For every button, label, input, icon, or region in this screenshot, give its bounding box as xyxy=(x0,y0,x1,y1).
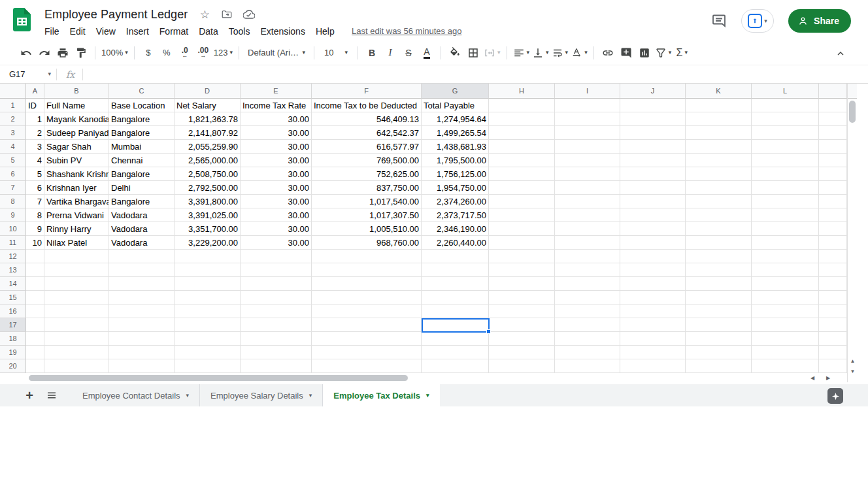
cell-H15[interactable] xyxy=(489,291,555,304)
cell-F17[interactable] xyxy=(312,318,422,332)
cell-F5[interactable]: 769,500.00 xyxy=(312,154,422,167)
fill-color-button[interactable] xyxy=(446,44,464,61)
cell-D11[interactable]: 3,229,200.00 xyxy=(175,236,241,250)
cell-A9[interactable]: 8 xyxy=(26,208,44,222)
cell-M5[interactable] xyxy=(819,154,847,167)
cell-L16[interactable] xyxy=(752,304,819,318)
zoom-select[interactable]: 100%▾ xyxy=(100,44,129,61)
cell-J4[interactable] xyxy=(620,140,686,154)
cell-A14[interactable] xyxy=(26,277,44,291)
cell-G9[interactable]: 2,373,717.50 xyxy=(422,208,489,222)
menu-item-data[interactable]: Data xyxy=(193,24,224,39)
column-header-G[interactable]: G xyxy=(422,84,489,99)
text-wrap-button[interactable]: ▾ xyxy=(550,44,570,61)
cell-A7[interactable]: 6 xyxy=(26,181,44,195)
cell-A19[interactable] xyxy=(26,346,44,359)
row-header-11[interactable]: 11 xyxy=(0,236,26,250)
cell-B18[interactable] xyxy=(44,332,109,346)
cell-C16[interactable] xyxy=(109,304,175,318)
cell-B12[interactable] xyxy=(44,250,109,263)
cell-G7[interactable]: 1,954,750.00 xyxy=(422,181,489,195)
cell-E6[interactable]: 30.00 xyxy=(241,167,312,181)
cell-D8[interactable]: 3,391,800.00 xyxy=(175,195,241,208)
cell-C20[interactable] xyxy=(109,359,175,373)
cell-M7[interactable] xyxy=(819,181,847,195)
cell-G5[interactable]: 1,795,500.00 xyxy=(422,154,489,167)
cell-C7[interactable]: Delhi xyxy=(109,181,175,195)
cell-C19[interactable] xyxy=(109,346,175,359)
cell-F11[interactable]: 968,760.00 xyxy=(312,236,422,250)
cell-K3[interactable] xyxy=(686,126,752,140)
cell-D15[interactable] xyxy=(175,291,241,304)
cell-C18[interactable] xyxy=(109,332,175,346)
merge-cells-button[interactable]: ▾ xyxy=(482,44,502,61)
cell-G2[interactable]: 1,274,954.64 xyxy=(422,112,489,126)
cell-G4[interactable]: 1,438,681.93 xyxy=(422,140,489,154)
cell-C10[interactable]: Vadodara xyxy=(109,222,175,236)
menu-item-tools[interactable]: Tools xyxy=(224,24,256,39)
cell-D10[interactable]: 3,351,700.00 xyxy=(175,222,241,236)
create-filter-button[interactable]: ▾ xyxy=(654,44,673,61)
cell-E12[interactable] xyxy=(241,250,312,263)
cell-M2[interactable] xyxy=(819,112,847,126)
cell-L1[interactable] xyxy=(752,99,819,112)
row-header-8[interactable]: 8 xyxy=(0,195,26,208)
cell-E1[interactable]: Income Tax Rate xyxy=(241,99,312,112)
cell-M3[interactable] xyxy=(819,126,847,140)
cell-K5[interactable] xyxy=(686,154,752,167)
cell-B4[interactable]: Sagar Shah xyxy=(44,140,109,154)
column-header-H[interactable]: H xyxy=(489,84,555,99)
cell-I2[interactable] xyxy=(555,112,620,126)
cell-E9[interactable]: 30.00 xyxy=(241,208,312,222)
insert-chart-button[interactable] xyxy=(635,44,654,61)
cell-J2[interactable] xyxy=(620,112,686,126)
cell-M9[interactable] xyxy=(819,208,847,222)
cell-E8[interactable]: 30.00 xyxy=(241,195,312,208)
cell-M17[interactable] xyxy=(819,318,847,332)
cell-C12[interactable] xyxy=(109,250,175,263)
cell-A1[interactable]: ID xyxy=(26,99,44,112)
cell-F19[interactable] xyxy=(312,346,422,359)
cell-F20[interactable] xyxy=(312,359,422,373)
row-header-17[interactable]: 17 xyxy=(0,318,26,332)
cell-M14[interactable] xyxy=(819,277,847,291)
insert-link-button[interactable] xyxy=(599,44,617,61)
menu-item-help[interactable]: Help xyxy=(310,24,340,39)
cell-I8[interactable] xyxy=(555,195,620,208)
row-header-18[interactable]: 18 xyxy=(0,332,26,346)
cell-D5[interactable]: 2,565,000.00 xyxy=(175,154,241,167)
cell-F7[interactable]: 837,750.00 xyxy=(312,181,422,195)
cell-F4[interactable]: 616,577.97 xyxy=(312,140,422,154)
format-currency-button[interactable]: $ xyxy=(139,44,158,61)
cell-M8[interactable] xyxy=(819,195,847,208)
cell-C1[interactable]: Base Location xyxy=(109,99,175,112)
cell-J19[interactable] xyxy=(620,346,686,359)
comment-history-icon[interactable] xyxy=(711,13,727,29)
cell-C14[interactable] xyxy=(109,277,175,291)
cell-F14[interactable] xyxy=(312,277,422,291)
cell-I10[interactable] xyxy=(555,222,620,236)
cell-J17[interactable] xyxy=(620,318,686,332)
horizontal-scrollbar-thumb[interactable] xyxy=(29,375,408,381)
cell-E4[interactable]: 30.00 xyxy=(241,140,312,154)
row-header-16[interactable]: 16 xyxy=(0,304,26,318)
row-header-9[interactable]: 9 xyxy=(0,208,26,222)
cell-J12[interactable] xyxy=(620,250,686,263)
row-header-12[interactable]: 12 xyxy=(0,250,26,263)
cell-I9[interactable] xyxy=(555,208,620,222)
cell-E16[interactable] xyxy=(241,304,312,318)
share-button[interactable]: Share xyxy=(788,9,851,33)
cell-D19[interactable] xyxy=(175,346,241,359)
column-header-J[interactable]: J xyxy=(620,84,686,99)
row-header-4[interactable]: 4 xyxy=(0,140,26,154)
cell-I16[interactable] xyxy=(555,304,620,318)
cell-F16[interactable] xyxy=(312,304,422,318)
column-header-D[interactable]: D xyxy=(175,84,241,99)
star-icon[interactable]: ☆ xyxy=(198,8,211,21)
cell-L2[interactable] xyxy=(752,112,819,126)
cell-E15[interactable] xyxy=(241,291,312,304)
cell-L12[interactable] xyxy=(752,250,819,263)
cell-M1[interactable] xyxy=(819,99,847,112)
cell-L8[interactable] xyxy=(752,195,819,208)
cell-H13[interactable] xyxy=(489,263,555,277)
